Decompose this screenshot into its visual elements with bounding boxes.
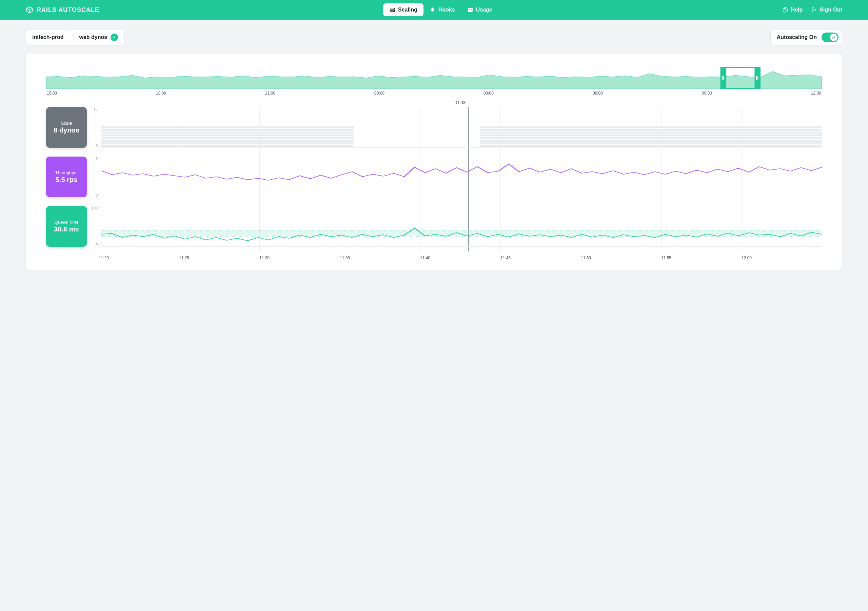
charts-area: Scale 8 dynos 150 Throughput 5.5 rps 80	[46, 107, 822, 260]
chevron-down-icon	[110, 34, 118, 41]
yaxis-queue: 1000	[90, 206, 98, 247]
card-throughput[interactable]: Throughput 5.5 rps	[46, 156, 87, 197]
svg-rect-15	[101, 142, 353, 144]
autoscale-control: Autoscaling On	[770, 29, 842, 45]
header: RAILS AUTOSCALE Scaling Hooks Usage Help…	[0, 0, 868, 20]
nav-right: Help Sign Out	[782, 7, 842, 13]
svg-rect-28	[480, 129, 822, 131]
svg-rect-19	[101, 131, 353, 133]
svg-rect-17	[101, 137, 353, 139]
scaling-icon	[389, 7, 395, 13]
svg-rect-1	[390, 11, 395, 12]
svg-rect-10	[722, 76, 722, 80]
signout-link[interactable]: Sign Out	[811, 7, 842, 13]
svg-rect-26	[480, 134, 822, 136]
svg-point-3	[391, 11, 391, 11]
card-scale[interactable]: Scale 8 dynos	[46, 107, 87, 148]
chart-row-queue: Queue Time 30.6 ms 1000	[46, 206, 822, 247]
tab-usage[interactable]: Usage	[461, 3, 498, 16]
signout-icon	[811, 7, 817, 13]
svg-rect-22	[480, 145, 822, 147]
brand-logo[interactable]: RAILS AUTOSCALE	[26, 6, 99, 14]
charts-xaxis: 11:2011:2511:3011:3511:4011:4511:5011:55…	[46, 255, 822, 260]
yaxis-throughput: 80	[90, 156, 98, 197]
svg-rect-12	[756, 76, 757, 80]
svg-point-6	[785, 11, 786, 11]
bell-icon	[429, 7, 436, 13]
cursor-time-label: 11:43	[46, 100, 822, 105]
svg-point-2	[391, 8, 391, 9]
svg-rect-11	[723, 76, 724, 80]
svg-rect-14	[101, 145, 353, 147]
autoscale-toggle[interactable]	[822, 32, 839, 42]
yaxis-scale: 150	[90, 107, 98, 148]
svg-rect-0	[390, 8, 395, 9]
dashboard-panel: 15:0018:0021:0000:0003:0006:0009:0012:00…	[26, 54, 842, 271]
nav-tabs: Scaling Hooks Usage	[383, 3, 498, 16]
overview-xaxis: 15:0018:0021:0000:0003:0006:0009:0012:00	[46, 91, 822, 96]
help-icon	[782, 7, 788, 13]
svg-rect-18	[101, 134, 353, 136]
svg-rect-16	[101, 139, 353, 142]
brand-icon	[26, 6, 33, 14]
svg-rect-21	[101, 127, 353, 128]
breadcrumb: initech-prod web dynos	[26, 29, 124, 45]
brand-text: RAILS AUTOSCALE	[37, 6, 99, 14]
plot-throughput[interactable]	[101, 156, 822, 197]
toggle-knob	[830, 34, 837, 41]
help-link[interactable]: Help	[782, 7, 803, 13]
chart-row-throughput: Throughput 5.5 rps 80	[46, 156, 822, 197]
svg-rect-13	[758, 76, 758, 80]
svg-rect-23	[480, 142, 822, 144]
plot-queue[interactable]	[101, 206, 822, 247]
svg-rect-25	[480, 137, 822, 139]
svg-rect-24	[480, 139, 822, 142]
plot-scale[interactable]	[101, 107, 822, 148]
tab-hooks[interactable]: Hooks	[423, 3, 461, 16]
autoscale-label: Autoscaling On	[777, 34, 817, 40]
overview-chart[interactable]: 15:0018:0021:0000:0003:0006:0009:0012:00	[46, 67, 822, 96]
tab-scaling[interactable]: Scaling	[383, 3, 423, 16]
breadcrumb-app[interactable]: initech-prod	[26, 29, 70, 45]
chart-row-scale: Scale 8 dynos 150	[46, 107, 822, 148]
check-icon	[832, 35, 836, 39]
card-queue[interactable]: Queue Time 30.6 ms	[46, 206, 87, 247]
breadcrumb-process[interactable]: web dynos	[70, 29, 124, 45]
svg-rect-29	[480, 127, 822, 128]
svg-rect-20	[101, 129, 353, 131]
chart-icon	[467, 7, 473, 13]
svg-rect-27	[480, 131, 822, 133]
svg-rect-8	[721, 67, 727, 89]
